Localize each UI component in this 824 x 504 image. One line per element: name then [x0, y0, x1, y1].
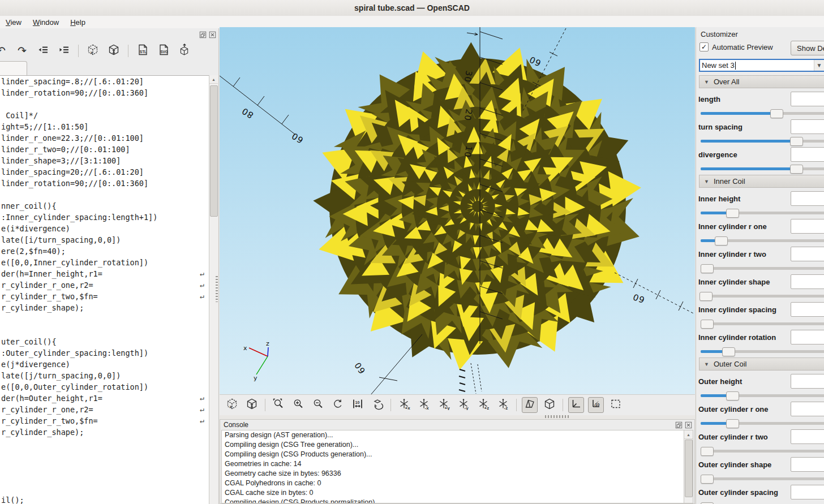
redo-button[interactable]: ↷ — [14, 43, 30, 59]
editor-file-tab[interactable] — [0, 61, 27, 76]
menu-help[interactable]: Help — [65, 17, 91, 28]
param-slider[interactable] — [701, 450, 824, 453]
console-splitter-handle[interactable] — [545, 415, 569, 418]
param-slider[interactable] — [701, 322, 824, 325]
slider-handle[interactable] — [726, 391, 739, 400]
unindent-button[interactable] — [35, 43, 51, 59]
show-axes-button[interactable] — [568, 397, 584, 413]
slider-handle[interactable] — [726, 419, 739, 428]
zoom-out-button[interactable] — [310, 397, 326, 413]
param-slider[interactable] — [701, 239, 824, 242]
slider-handle[interactable] — [790, 137, 803, 146]
chevron-down-icon[interactable]: ▼ — [814, 60, 824, 71]
view-bottom-button[interactable]: -z — [495, 397, 511, 413]
scroll-up-icon[interactable]: ▲ — [684, 430, 693, 439]
code-line: e(i*divergence) — [0, 223, 209, 234]
print-3d-button[interactable] — [177, 43, 192, 59]
section-title: Outer Coil — [714, 360, 747, 368]
slider-handle[interactable] — [699, 292, 713, 301]
perspective-button[interactable] — [522, 397, 538, 413]
slider-handle[interactable] — [715, 236, 728, 245]
view-left-button[interactable]: -x — [416, 397, 432, 413]
reset-view-button[interactable] — [330, 397, 346, 413]
param-spinbox[interactable] — [791, 274, 824, 289]
section-header-outer-coil[interactable]: ▼Outer Coil — [699, 357, 824, 371]
view-front-button[interactable]: -y — [456, 397, 471, 413]
param-spinbox[interactable] — [791, 247, 824, 261]
undo-button[interactable]: ↶ — [0, 43, 9, 59]
unindent-icon — [37, 44, 49, 58]
3d-viewport[interactable]: 8060302010606060xzy — [220, 27, 695, 394]
param-slider[interactable] — [701, 140, 824, 143]
param-slider[interactable] — [701, 212, 824, 214]
section-header-inner-coil[interactable]: ▼Inner Coil — [699, 175, 824, 188]
param-slider[interactable] — [701, 350, 824, 353]
preset-combobox[interactable]: New set 3 ▼ — [699, 59, 824, 72]
console-float-button[interactable] — [675, 421, 683, 429]
editor-float-button[interactable] — [199, 31, 207, 38]
param-spinbox[interactable] — [791, 402, 824, 416]
param-slider[interactable] — [701, 112, 824, 115]
code-line: ight=5;//[1:.01:50] — [0, 121, 209, 132]
zoom-in-button[interactable] — [290, 397, 306, 413]
preview-button[interactable]: » — [224, 397, 240, 413]
param-slider[interactable] — [701, 477, 824, 480]
param-spinbox[interactable] — [791, 485, 824, 499]
param-slider[interactable] — [701, 422, 824, 425]
show-edges-button[interactable] — [608, 397, 624, 413]
param-slider[interactable] — [701, 267, 824, 270]
param-spinbox[interactable] — [791, 147, 824, 162]
menu-view[interactable]: View — [0, 17, 27, 28]
orthogonal-button[interactable] — [542, 397, 557, 413]
render-button[interactable] — [106, 43, 122, 59]
slider-handle[interactable] — [790, 165, 803, 174]
param-spinbox[interactable] — [791, 457, 824, 472]
editor-close-button[interactable] — [208, 31, 216, 38]
slider-handle[interactable] — [722, 347, 735, 356]
view-back-button[interactable]: +y — [436, 397, 452, 413]
param-spinbox[interactable] — [791, 191, 824, 206]
param-spinbox[interactable] — [791, 330, 824, 344]
param-spinbox[interactable] — [791, 119, 824, 134]
reset-view-icon — [332, 398, 344, 412]
indent-button[interactable] — [56, 43, 72, 59]
slider-handle[interactable] — [770, 109, 783, 118]
param-spinbox[interactable] — [791, 429, 824, 444]
slider-handle[interactable] — [701, 264, 714, 273]
code-editor[interactable]: linder_spacing=.8;//[.6:.01:20]linder_ro… — [0, 75, 209, 504]
zoom-all-button[interactable] — [271, 397, 286, 413]
toolbar-separator — [516, 399, 517, 411]
view-all-button[interactable]: 10 — [350, 397, 366, 413]
menu-window[interactable]: Window — [27, 17, 65, 28]
view-top-button[interactable]: +z — [475, 397, 491, 413]
rotate-view-button[interactable] — [370, 397, 385, 413]
console-scrollbar[interactable]: ▲ — [684, 430, 693, 503]
automatic-preview-checkbox[interactable]: ✓ — [699, 42, 709, 51]
param-spinbox[interactable] — [791, 374, 824, 389]
section-header-over-all[interactable]: ▼Over All — [699, 75, 824, 88]
export-svg-button[interactable]: SVG — [156, 43, 171, 59]
slider-handle[interactable] — [701, 475, 714, 484]
export-stl-button[interactable]: STL — [135, 43, 151, 59]
slider-handle[interactable] — [726, 209, 739, 218]
console-scroll-thumb[interactable] — [685, 440, 693, 497]
show-scale-markers-button[interactable]: 10 — [588, 397, 604, 413]
param-spinbox[interactable] — [791, 92, 824, 106]
editor-scroll-thumb[interactable] — [210, 85, 218, 217]
scroll-up-icon[interactable]: ▲ — [209, 75, 218, 84]
slider-handle[interactable] — [701, 320, 714, 329]
param-slider[interactable] — [701, 295, 824, 298]
param-spinbox[interactable] — [791, 302, 824, 317]
param-slider[interactable] — [701, 167, 824, 170]
param-spinbox[interactable] — [791, 219, 824, 234]
console-close-button[interactable] — [684, 421, 692, 429]
param-slider[interactable] — [701, 394, 824, 397]
editor-splitter-handle[interactable] — [216, 276, 218, 302]
view-right-button[interactable]: +x — [396, 397, 412, 413]
svg-text:30: 30 — [462, 70, 474, 83]
code-line: Coil]*/ — [0, 110, 209, 121]
show-details-button[interactable]: Show Details — [791, 41, 824, 55]
preview-button[interactable]: » — [85, 43, 101, 59]
render-button[interactable] — [244, 397, 260, 413]
slider-handle[interactable] — [701, 447, 714, 456]
